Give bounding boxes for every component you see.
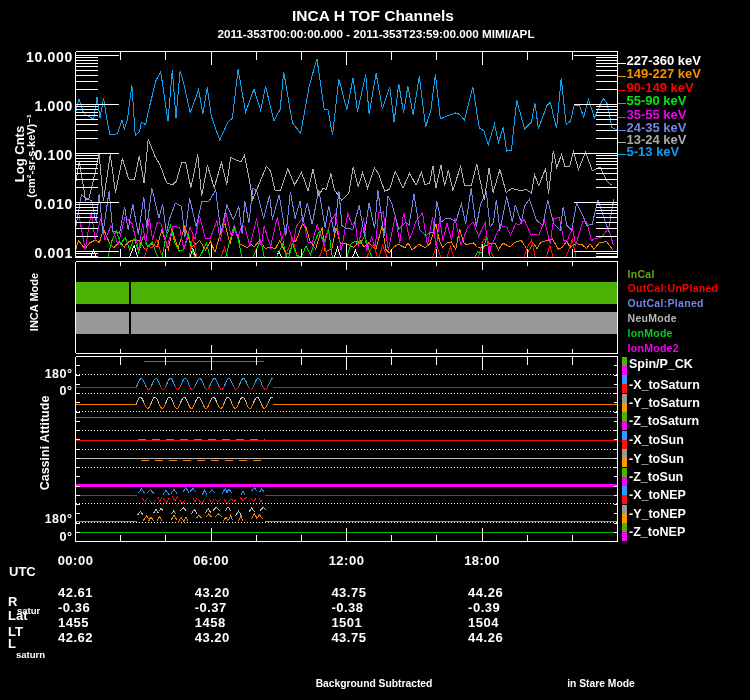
svg-text:0.010: 0.010 xyxy=(34,196,73,212)
svg-text:1.000: 1.000 xyxy=(34,98,73,114)
svg-text:18:00: 18:00 xyxy=(464,553,500,568)
svg-text:-Z_toSun: -Z_toSun xyxy=(629,470,683,484)
svg-text:IonMode: IonMode xyxy=(628,327,673,339)
svg-text:43.20: 43.20 xyxy=(195,630,230,645)
svg-text:-Y_toSun: -Y_toSun xyxy=(629,452,684,466)
svg-text:1501: 1501 xyxy=(331,615,362,630)
svg-text:10.000: 10.000 xyxy=(26,49,73,65)
svg-text:0.100: 0.100 xyxy=(34,147,73,163)
svg-text:42.61: 42.61 xyxy=(58,585,93,600)
svg-text:149-227 keV: 149-227 keV xyxy=(627,66,702,81)
svg-text:-0.36: -0.36 xyxy=(58,600,90,615)
svg-text:0°: 0° xyxy=(60,530,73,544)
svg-text:1504: 1504 xyxy=(468,615,499,630)
svg-text:12:00: 12:00 xyxy=(329,553,365,568)
svg-text:OutCal:UnPlaned: OutCal:UnPlaned xyxy=(628,282,719,294)
svg-text:L: L xyxy=(8,636,16,651)
svg-text:-0.39: -0.39 xyxy=(468,600,500,615)
svg-text:06:00: 06:00 xyxy=(193,553,229,568)
svg-text:INCA H TOF Channels: INCA H TOF Channels xyxy=(292,7,454,24)
svg-text:43.75: 43.75 xyxy=(331,630,366,645)
svg-text:43.20: 43.20 xyxy=(195,585,230,600)
svg-text:Spin/P_CK: Spin/P_CK xyxy=(629,357,693,371)
svg-text:2011-353T00:00:00.000 - 2011-3: 2011-353T00:00:00.000 - 2011-353T23:59:0… xyxy=(217,27,534,40)
svg-text:44.26: 44.26 xyxy=(468,585,503,600)
svg-text:44.26: 44.26 xyxy=(468,630,503,645)
svg-text:OutCal:Planed: OutCal:Planed xyxy=(628,297,704,309)
svg-text:in Stare Mode: in Stare Mode xyxy=(567,678,635,689)
svg-text:Background Subtracted: Background Subtracted xyxy=(316,678,433,689)
svg-text:IonMode2: IonMode2 xyxy=(628,342,679,354)
svg-text:NeuMode: NeuMode xyxy=(628,312,677,324)
svg-text:-X_toSun: -X_toSun xyxy=(629,433,684,447)
svg-text:-X_toNEP: -X_toNEP xyxy=(629,488,686,502)
svg-text:Cassini Attitude: Cassini Attitude xyxy=(38,396,52,491)
svg-text:-Z_toSaturn: -Z_toSaturn xyxy=(629,414,699,428)
svg-text:-X_toSaturn: -X_toSaturn xyxy=(629,378,700,392)
svg-text:-0.38: -0.38 xyxy=(331,600,363,615)
svg-text:00:00: 00:00 xyxy=(58,553,94,568)
svg-text:Lat: Lat xyxy=(8,608,28,623)
svg-text:5-13 keV: 5-13 keV xyxy=(627,144,680,159)
svg-text:0.001: 0.001 xyxy=(34,245,73,261)
svg-text:-Z_toNEP: -Z_toNEP xyxy=(629,525,685,539)
svg-text:-Y_toNEP: -Y_toNEP xyxy=(629,507,686,521)
svg-text:(cm²-sr-s-keV)⁻¹: (cm²-sr-s-keV)⁻¹ xyxy=(25,114,37,198)
svg-text:42.62: 42.62 xyxy=(58,630,93,645)
svg-text:180°: 180° xyxy=(45,367,73,381)
svg-text:-0.37: -0.37 xyxy=(195,600,227,615)
svg-text:43.75: 43.75 xyxy=(331,585,366,600)
svg-text:InCal: InCal xyxy=(628,268,655,280)
svg-text:0°: 0° xyxy=(60,384,73,398)
svg-text:180°: 180° xyxy=(45,512,73,526)
svg-text:saturn: saturn xyxy=(16,649,45,660)
svg-text:-Y_toSaturn: -Y_toSaturn xyxy=(629,396,700,410)
svg-text:1455: 1455 xyxy=(58,615,89,630)
svg-text:INCA Mode: INCA Mode xyxy=(28,273,40,331)
svg-text:1458: 1458 xyxy=(195,615,226,630)
svg-text:UTC: UTC xyxy=(9,564,36,579)
svg-text:55-90 keV: 55-90 keV xyxy=(627,93,687,108)
